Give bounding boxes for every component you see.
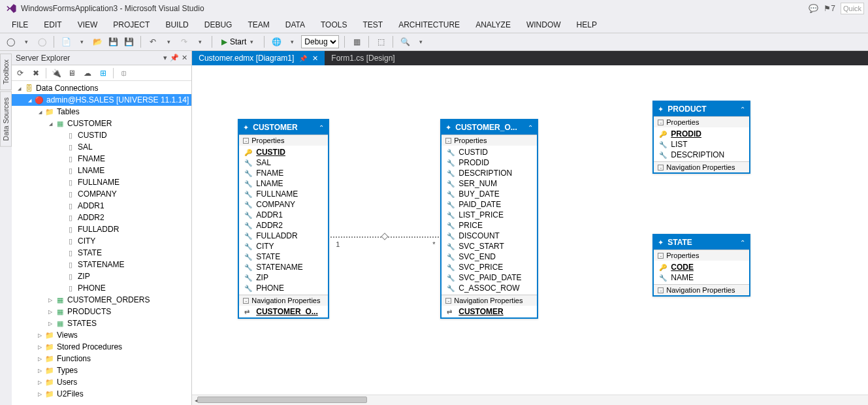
entity-customer-orders-header[interactable]: ✦ CUSTOMER_O... ⌃ xyxy=(442,120,537,135)
entity-property[interactable]: 🔧SVC_START xyxy=(442,241,537,251)
entity-property[interactable]: 🔧DESCRIPTION xyxy=(442,168,537,178)
entity-property[interactable]: 🔧CITY xyxy=(239,241,328,251)
tree-column[interactable]: ▯ADDR1 xyxy=(12,200,191,212)
entity-property[interactable]: 🔧PHONE xyxy=(239,283,328,293)
tree-folder[interactable]: 📁Types xyxy=(12,364,191,376)
save-button[interactable]: 💾 xyxy=(106,35,120,48)
tree-folder[interactable]: 📁Functions xyxy=(12,353,191,364)
entity-property[interactable]: 🔧SVC_PAID_DATE xyxy=(442,272,537,283)
feedback-icon[interactable]: 💬 xyxy=(809,4,818,13)
panel-close-button[interactable]: ✕ xyxy=(182,54,187,62)
entity-property[interactable]: 🔧STATE xyxy=(239,251,328,262)
tree-data-connections[interactable]: 🗄 Data Connections xyxy=(12,82,191,94)
entity-property[interactable]: 🔧FNAME xyxy=(239,168,328,178)
pin-icon[interactable]: 📌 xyxy=(299,55,307,62)
minus-icon[interactable]: - xyxy=(243,138,249,144)
close-tab-icon[interactable]: ✕ xyxy=(312,54,318,63)
entity-customer-orders-nav-item[interactable]: ⇄ CUSTOMER xyxy=(442,306,537,317)
entity-property[interactable]: 🔧ADDR1 xyxy=(239,210,328,220)
save-all-button[interactable]: 💾 xyxy=(122,35,135,48)
entity-state[interactable]: ✦ STATE ⌃ - Properties 🔑CODE🔧NAME - xyxy=(652,234,750,297)
scroll-thumb[interactable] xyxy=(197,397,367,403)
new-project-button[interactable]: 📄 xyxy=(59,35,72,48)
entity-property[interactable]: 🔧LIST xyxy=(654,139,749,150)
entity-property[interactable]: 🔧C_ASSOC_ROW xyxy=(442,283,537,293)
tree-table[interactable]: ▦STATES xyxy=(12,317,191,329)
tree-column[interactable]: ▯FULLNAME xyxy=(12,176,191,188)
collapse-icon[interactable]: ⌃ xyxy=(319,124,324,131)
collapse-icon[interactable]: ⌃ xyxy=(740,106,745,113)
toolbox-tab[interactable]: Toolbox xyxy=(0,54,12,90)
data-sources-tab[interactable]: Data Sources xyxy=(0,91,12,147)
tree-folder[interactable]: 📁Stored Procedures xyxy=(12,341,191,353)
entity-property[interactable]: 🔑CUSTID xyxy=(239,147,328,157)
tree-table[interactable]: ▦PRODUCTS xyxy=(12,306,191,317)
browser-dropdown[interactable]: ▾ xyxy=(285,35,298,48)
tree-connection[interactable]: 🔴 admin@HS.SALES [UNIVERSE 11.1.14] xyxy=(12,94,191,106)
windows-icon[interactable]: ⊞ xyxy=(97,67,109,79)
stop-refresh-button[interactable]: ✖ xyxy=(30,67,42,79)
tree-column[interactable]: ▯SAL xyxy=(12,141,191,153)
connect-server-button[interactable]: 🖥 xyxy=(66,67,78,79)
minus-icon[interactable]: - xyxy=(243,298,249,304)
entity-customer-orders-nav-header[interactable]: - Navigation Properties xyxy=(442,295,537,306)
entity-property[interactable]: 🔧STATENAME xyxy=(239,262,328,272)
minus-icon[interactable]: - xyxy=(658,120,664,125)
redo-dropdown[interactable]: ▾ xyxy=(193,35,206,48)
tree-column[interactable]: ▯STATE xyxy=(12,247,191,259)
find-dropdown[interactable]: ▾ xyxy=(414,35,427,48)
entity-property[interactable]: 🔧SVC_PRICE xyxy=(442,262,537,272)
panel-menu-button[interactable]: ▾ xyxy=(163,54,167,62)
browser-button[interactable]: 🌐 xyxy=(270,35,283,48)
tb-misc2-button[interactable]: ⬚ xyxy=(374,35,387,48)
entity-state-nav-header[interactable]: - Navigation Properties xyxy=(654,285,749,295)
entity-product-nav-header[interactable]: - Navigation Properties xyxy=(654,162,749,172)
entity-customer-orders-props-header[interactable]: - Properties xyxy=(442,135,537,146)
quick-launch-input[interactable]: Quick xyxy=(841,3,864,14)
entity-property[interactable]: 🔧NAME xyxy=(654,272,749,283)
entity-property[interactable]: 🔧ZIP xyxy=(239,272,328,283)
collapse-icon[interactable]: ⌃ xyxy=(528,124,533,131)
entity-property[interactable]: 🔧PRODID xyxy=(442,157,537,168)
tree-table-customer[interactable]: ▦ CUSTOMER xyxy=(12,118,191,129)
entity-customer[interactable]: ✦ CUSTOMER ⌃ - Properties 🔑CUSTID🔧SAL🔧FN… xyxy=(238,119,329,319)
menu-architecture[interactable]: ARCHITECTURE xyxy=(391,18,468,31)
azure-button[interactable]: ☁ xyxy=(82,67,93,79)
nav-back-dropdown[interactable]: ▾ xyxy=(20,35,33,48)
menu-file[interactable]: FILE xyxy=(4,18,36,31)
entity-product-header[interactable]: ✦ PRODUCT ⌃ xyxy=(654,102,749,116)
server-explorer-tree[interactable]: 🗄 Data Connections 🔴 admin@HS.SALES [UNI… xyxy=(12,81,191,405)
entity-property[interactable]: 🔧DESCRIPTION xyxy=(654,150,749,160)
menu-build[interactable]: BUILD xyxy=(157,18,196,31)
entity-product[interactable]: ✦ PRODUCT ⌃ - Properties 🔑PRODID🔧LIST🔧DE… xyxy=(652,101,750,174)
menu-analyze[interactable]: ANALYZE xyxy=(468,18,519,31)
tree-column[interactable]: ▯COMPANY xyxy=(12,188,191,200)
canvas-hscrollbar[interactable]: ◀ ▶ xyxy=(192,395,868,405)
nav-forward-button[interactable]: ◯ xyxy=(35,35,48,48)
menu-edit[interactable]: EDIT xyxy=(36,18,69,31)
menu-test[interactable]: TEST xyxy=(355,18,391,31)
nav-back-button[interactable]: ◯ xyxy=(4,35,17,48)
tree-folder[interactable]: 📁U2Files xyxy=(12,388,191,400)
undo-dropdown[interactable]: ▾ xyxy=(162,35,175,48)
entity-customer-header[interactable]: ✦ CUSTOMER ⌃ xyxy=(239,120,328,135)
entity-property[interactable]: 🔧SAL xyxy=(239,157,328,168)
configuration-select[interactable]: Debug xyxy=(301,35,339,48)
menu-tools[interactable]: TOOLS xyxy=(313,18,355,31)
tree-column[interactable]: ▯PHONE xyxy=(12,282,191,294)
notifications-flag[interactable]: ⚑7 xyxy=(824,4,835,13)
tab-form1-design[interactable]: Form1.cs [Design] xyxy=(325,51,401,65)
entity-customer-nav-item[interactable]: ⇄ CUSTOMER_O... xyxy=(239,306,328,317)
minus-icon[interactable]: - xyxy=(658,165,664,170)
entity-property[interactable]: 🔧CUSTID xyxy=(442,147,537,157)
entity-property[interactable]: 🔧FULLADDR xyxy=(239,231,328,241)
tree-column[interactable]: ▯STATENAME xyxy=(12,259,191,270)
entity-property[interactable]: 🔧FULLNAME xyxy=(239,189,328,199)
entity-property[interactable]: 🔧SVC_END xyxy=(442,251,537,262)
edmx-canvas[interactable]: ✦ CUSTOMER ⌃ - Properties 🔑CUSTID🔧SAL🔧FN… xyxy=(192,65,868,395)
tb-misc1-button[interactable]: ▦ xyxy=(350,35,363,48)
tab-customer-edmx[interactable]: Customer.edmx [Diagram1] 📌 ✕ xyxy=(192,51,325,65)
relation-handle[interactable] xyxy=(381,233,389,240)
entity-property[interactable]: 🔧PAID_DATE xyxy=(442,199,537,210)
new-project-dropdown[interactable]: ▾ xyxy=(75,35,88,48)
